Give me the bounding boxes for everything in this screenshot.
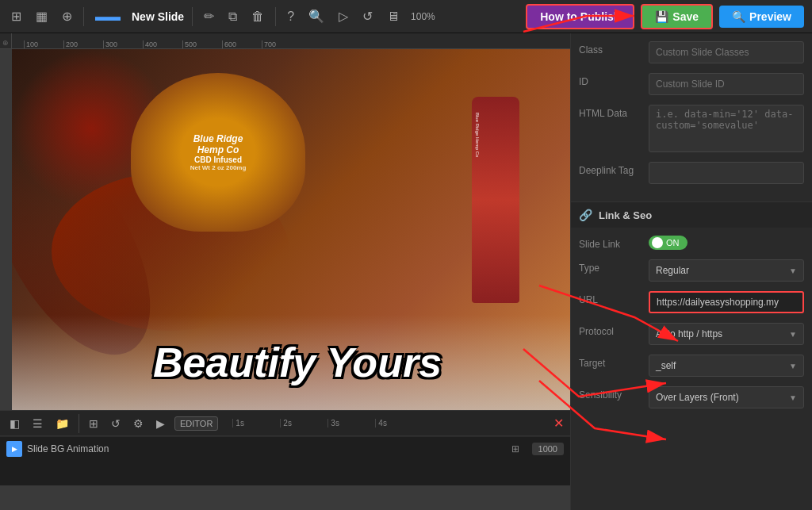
panel-top: Class ID HTML Data Deeplink Tag [571,33,812,201]
delete-icon[interactable]: 🗑 [248,6,267,27]
id-label: ID [579,73,642,87]
timeline-toolbar: ◧ ☰ 📁 ⊞ ↺ ⚙ ▶ EDITOR 1s 2s 3s 4s ✕ [0,411,570,436]
publish-button[interactable]: How to Publish [526,4,634,29]
settings-icon[interactable]: ⚙ [130,414,147,433]
id-field: ID [579,73,804,95]
jar-weight-line4: Net Wt 2 oz 200mg [190,164,247,171]
timeline-numbers: 1s 2s 3s 4s [232,419,547,428]
deeplink-label: Deeplink Tag [579,162,642,176]
layer-thumbnail: ▶ [6,441,22,457]
layers-icon[interactable]: ◧ [6,414,23,433]
canvas-content[interactable]: Blue Ridge Hemp Co CBD Infused Net Wt 2 … [12,49,570,410]
save-icon: 💾 [655,10,668,23]
link-icon: 🔗 [579,209,592,221]
search-icon[interactable]: 🔍 [305,6,327,27]
type-select[interactable]: Regular ▼ [649,259,804,282]
main-area: ⊕ 100 200 300 400 500 600 700 Blue Ridge [0,33,812,510]
deeplink-field: Deeplink Tag [579,162,804,184]
deeplink-input[interactable] [649,162,804,184]
sensibility-select[interactable]: Over Layers (Front) ▼ [649,386,804,408]
ruler-mark-700: 700 [262,40,301,48]
sensibility-field: Sensibility Over Layers (Front) ▼ [579,386,804,408]
hemp-jar-image: Blue Ridge Hemp Co CBD Infused Net Wt 2 … [131,73,305,232]
sensibility-value: Over Layers (Front) [656,392,739,403]
columns-icon[interactable]: ▦ [33,6,51,27]
time-2s: 2s [280,419,327,428]
folder-icon[interactable]: 📁 [52,414,72,433]
cursor-icon[interactable]: ▷ [335,6,351,27]
slide-link-toggle[interactable]: ON [649,236,688,250]
ruler-mark-200: 200 [63,40,103,48]
type-field: Type Regular ▼ [579,259,804,282]
slide-link-state: ON [666,238,680,247]
preview-icon: 🔍 [732,10,745,23]
protocol-value: Auto http / https [656,328,722,339]
ruler-mark-300: 300 [103,40,143,48]
timeline: ◧ ☰ 📁 ⊞ ↺ ⚙ ▶ EDITOR 1s 2s 3s 4s ✕ ▶ S [0,410,570,485]
preview-button[interactable]: 🔍 Preview [719,6,804,28]
right-panel: Class ID HTML Data Deeplink Tag 🔗 Link & [570,33,812,510]
save-button[interactable]: 💾 Save [641,4,713,29]
slide-link-label: Slide Link [579,236,642,250]
link-seo-title: Link & Seo [599,209,652,221]
bottle-text: Blue Ridge Hemp Co [472,97,483,173]
jar-brand-line2: Hemp Co [197,144,239,155]
slide-link-field: Slide Link ON [579,236,804,250]
pencil-icon[interactable]: ✏ [201,6,217,27]
refresh-icon[interactable]: ↺ [108,414,124,433]
link-seo-body: Slide Link ON Type Regular ▼ URL [571,228,812,426]
class-input[interactable] [649,41,804,63]
ruler-corner: ⊕ [0,33,12,48]
target-value: _self [656,360,676,371]
type-value: Regular [656,265,689,276]
time-1s: 1s [232,419,280,428]
protocol-select[interactable]: Auto http / https ▼ [649,323,804,345]
protocol-field: Protocol Auto http / https ▼ [579,323,804,345]
save-label: Save [672,10,699,23]
canvas-area: ⊕ 100 200 300 400 500 600 700 Blue Ridge [0,33,570,510]
toggle-dot [652,237,663,248]
grid-icon[interactable]: ⊞ [8,6,25,27]
preview-label: Preview [749,10,791,23]
toolbar-right: How to Publish 💾 Save 🔍 Preview [526,4,804,29]
ruler-mark-400: 400 [143,40,182,48]
monitor-icon[interactable]: 🖥 [384,6,403,27]
editor-badge: EDITOR [174,416,218,431]
type-chevron-down-icon: ▼ [789,267,797,275]
list-icon[interactable]: ☰ [29,414,46,433]
duration-badge: 1000 [532,443,564,455]
slide-type-icon: ▬▬ [92,6,124,27]
undo-icon[interactable]: ↺ [359,6,376,27]
toolbar-left: ⊞ ▦ ⊕ ▬▬ New Slide ✏ ⧉ 🗑 ? 🔍 ▷ ↺ 🖥 100% [8,6,518,27]
ruler-mark-500: 500 [182,40,222,48]
ruler-mark-100: 100 [24,40,63,48]
html-data-input[interactable] [649,105,804,152]
slide-main-text: Beautify Yours [153,339,442,386]
grid-timeline-icon[interactable]: ⊞ [86,414,102,433]
add-slide-icon[interactable]: ⊕ [59,6,75,27]
target-label: Target [579,355,642,369]
link-seo-section-header[interactable]: 🔗 Link & Seo [571,201,812,228]
type-label: Type [579,259,642,274]
id-input[interactable] [649,73,804,95]
divider-1 [83,7,84,26]
hemp-bottle-image: Blue Ridge Hemp Co [472,97,519,303]
slide-image: Blue Ridge Hemp Co CBD Infused Net Wt 2 … [12,49,570,410]
main-toolbar: ⊞ ▦ ⊕ ▬▬ New Slide ✏ ⧉ 🗑 ? 🔍 ▷ ↺ 🖥 100% … [0,0,812,33]
copy-icon[interactable]: ⧉ [225,6,240,27]
url-label: URL [579,291,642,305]
help-icon[interactable]: ? [284,6,297,27]
ruler-top: ⊕ 100 200 300 400 500 600 700 [0,33,570,49]
timeline-close-icon[interactable]: ✕ [553,416,564,431]
target-field: Target _self ▼ [579,355,804,377]
class-label: Class [579,41,642,56]
url-input[interactable] [649,291,804,313]
protocol-chevron-down-icon: ▼ [789,330,797,339]
sensibility-label: Sensibility [579,386,642,401]
jar-product-line3: CBD Infused [194,155,242,164]
target-select[interactable]: _self ▼ [649,355,804,377]
layer-expand-icon: ⊞ [511,443,519,454]
divider-2 [192,7,193,26]
play-icon[interactable]: ▶ [153,414,168,433]
slide-title: New Slide [132,10,184,23]
